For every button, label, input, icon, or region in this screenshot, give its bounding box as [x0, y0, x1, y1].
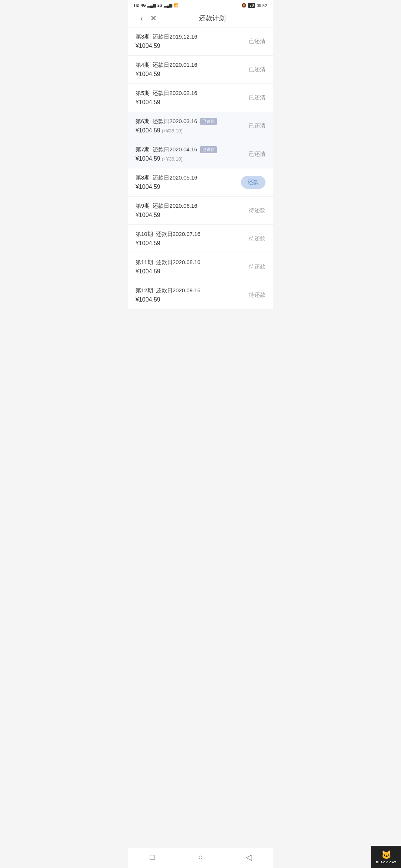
payment-date-label: 还款日2020.02.16 — [153, 90, 197, 97]
payment-amount-row: ¥1004.59 — [136, 43, 197, 49]
signal-bars: ▂▄▆ — [147, 3, 156, 7]
payment-left-col: 第8期还款日2020.05.16¥1004.59 — [136, 174, 197, 190]
status-bar: HD 4G ▂▄▆ 2G ▂▄▆ 📶 🔕 78 09:52 — [128, 0, 273, 9]
payment-item: 第8期还款日2020.05.16¥1004.59还款 — [128, 168, 273, 197]
status-paid-label: 已还清 — [249, 94, 265, 101]
hd-icon: HD — [134, 3, 139, 7]
payment-date-label: 还款日2019.12.16 — [153, 33, 197, 40]
payment-right-col: 已还清 — [249, 94, 265, 101]
pay-now-button[interactable]: 还款 — [241, 176, 265, 189]
payment-amount-row: ¥1004.59 — [136, 71, 197, 78]
time-display: 09:52 — [257, 3, 267, 8]
payment-item: 第6期还款日2020.03.16已逾期¥1004.59(+¥36.10)已还清 — [128, 112, 273, 140]
payment-amount-label: ¥1004.59 — [136, 240, 160, 246]
wifi-icon: 📶 — [174, 3, 178, 7]
bell-icon: 🔕 — [241, 3, 247, 8]
status-pending-label: 待还款 — [249, 207, 265, 213]
payment-left-col: 第5期还款日2020.02.16¥1004.59 — [136, 90, 197, 106]
page-title: 还款计划 — [159, 14, 265, 23]
status-pending-label: 待还款 — [249, 263, 265, 270]
payment-period-label: 第6期 — [136, 118, 150, 125]
payment-amount-label: ¥1004.59 — [136, 127, 160, 134]
payment-extra-label: (+¥36.10) — [162, 128, 183, 134]
payment-period-label: 第5期 — [136, 90, 150, 97]
payment-amount-label: ¥1004.59 — [136, 43, 160, 49]
payment-amount-label: ¥1004.59 — [136, 99, 160, 105]
payment-right-col: 待还款 — [249, 263, 265, 270]
status-pending-label: 待还款 — [249, 235, 265, 241]
payment-amount-row: ¥1004.59(+¥36.10) — [136, 155, 217, 162]
status-paid-label: 已还清 — [249, 151, 265, 157]
payment-right-col: 待还款 — [249, 292, 265, 299]
payment-date-label: 还款日2020.05.16 — [153, 174, 197, 181]
payment-list: 第3期还款日2019.12.16¥1004.59已还清第4期还款日2020.01… — [128, 27, 273, 309]
payment-amount-label: ¥1004.59 — [136, 155, 160, 162]
payment-left-col: 第3期还款日2019.12.16¥1004.59 — [136, 33, 197, 49]
payment-date-label: 还款日2020.09.16 — [156, 287, 200, 294]
payment-right-col: 待还款 — [249, 207, 265, 214]
payment-date-label: 还款日2020.08.16 — [156, 259, 200, 266]
status-pending-label: 待还款 — [249, 292, 265, 298]
payment-right-col: 已还清 — [249, 151, 265, 158]
status-paid-label: 已还清 — [249, 38, 265, 44]
payment-period-label: 第4期 — [136, 62, 150, 69]
payment-left-col: 第11期还款日2020.08.16¥1004.59 — [136, 259, 200, 275]
payment-left-col: 第6期还款日2020.03.16已逾期¥1004.59(+¥36.10) — [136, 118, 217, 134]
payment-period-label: 第11期 — [136, 259, 153, 266]
payment-period-row: 第9期还款日2020.06.16 — [136, 203, 197, 210]
payment-amount-row: ¥1004.59 — [136, 296, 200, 303]
status-right: 🔕 78 09:52 — [241, 3, 267, 8]
payment-period-row: 第8期还款日2020.05.16 — [136, 174, 197, 181]
payment-date-label: 还款日2020.03.16 — [153, 118, 197, 125]
payment-date-label: 还款日2020.06.16 — [153, 203, 197, 210]
payment-period-row: 第11期还款日2020.08.16 — [136, 259, 200, 266]
payment-period-label: 第8期 — [136, 174, 150, 181]
payment-amount-row: ¥1004.59 — [136, 184, 197, 190]
page-header: ‹ ✕ 还款计划 — [128, 9, 273, 27]
payment-amount-label: ¥1004.59 — [136, 184, 160, 190]
payment-item: 第3期还款日2019.12.16¥1004.59已还清 — [128, 27, 273, 56]
payment-period-label: 第10期 — [136, 231, 153, 238]
payment-period-label: 第9期 — [136, 203, 150, 210]
payment-period-row: 第7期还款日2020.04.16已逾期 — [136, 146, 217, 153]
signal-bars2: ▂▄▆ — [164, 3, 172, 7]
signal-2g: 2G — [157, 3, 162, 7]
signal-4g: 4G — [141, 3, 146, 7]
payment-period-label: 第7期 — [136, 146, 150, 153]
payment-date-label: 还款日2020.04.16 — [153, 146, 197, 153]
payment-amount-row: ¥1004.59 — [136, 268, 200, 275]
payment-item: 第9期还款日2020.06.16¥1004.59待还款 — [128, 197, 273, 225]
payment-period-row: 第3期还款日2019.12.16 — [136, 33, 197, 40]
payment-period-row: 第5期还款日2020.02.16 — [136, 90, 197, 97]
payment-amount-row: ¥1004.59(+¥36.10) — [136, 127, 217, 134]
payment-amount-label: ¥1004.59 — [136, 71, 160, 77]
payment-period-row: 第6期还款日2020.03.16已逾期 — [136, 118, 217, 125]
payment-amount-label: ¥1004.59 — [136, 296, 160, 303]
close-button[interactable]: ✕ — [147, 14, 159, 23]
payment-right-col: 待还款 — [249, 235, 265, 242]
payment-right-col: 已还清 — [249, 66, 265, 73]
payment-period-row: 第12期还款日2020.09.16 — [136, 287, 200, 294]
payment-item: 第11期还款日2020.08.16¥1004.59待还款 — [128, 253, 273, 281]
payment-date-label: 还款日2020.01.16 — [153, 62, 197, 69]
payment-amount-row: ¥1004.59 — [136, 240, 200, 247]
payment-right-col[interactable]: 还款 — [241, 176, 265, 189]
overdue-badge: 已逾期 — [200, 146, 217, 153]
payment-left-col: 第9期还款日2020.06.16¥1004.59 — [136, 203, 197, 218]
payment-item: 第4期还款日2020.01.16¥1004.59已还清 — [128, 56, 273, 84]
back-button[interactable]: ‹ — [136, 14, 147, 23]
payment-left-col: 第4期还款日2020.01.16¥1004.59 — [136, 62, 197, 78]
payment-right-col: 已还清 — [249, 122, 265, 129]
status-left: HD 4G ▂▄▆ 2G ▂▄▆ 📶 — [134, 3, 178, 7]
payment-item: 第12期还款日2020.09.16¥1004.59待还款 — [128, 281, 273, 309]
status-paid-label: 已还清 — [249, 66, 265, 72]
payment-extra-label: (+¥36.10) — [162, 156, 183, 162]
payment-left-col: 第10期还款日2020.07.16¥1004.59 — [136, 231, 200, 247]
payment-period-row: 第10期还款日2020.07.16 — [136, 231, 200, 238]
payment-period-row: 第4期还款日2020.01.16 — [136, 62, 197, 69]
payment-item: 第10期还款日2020.07.16¥1004.59待还款 — [128, 225, 273, 253]
payment-item: 第7期还款日2020.04.16已逾期¥1004.59(+¥36.10)已还清 — [128, 140, 273, 168]
payment-item: 第5期还款日2020.02.16¥1004.59已还清 — [128, 84, 273, 112]
status-paid-label: 已还清 — [249, 122, 265, 129]
payment-period-label: 第12期 — [136, 287, 153, 294]
